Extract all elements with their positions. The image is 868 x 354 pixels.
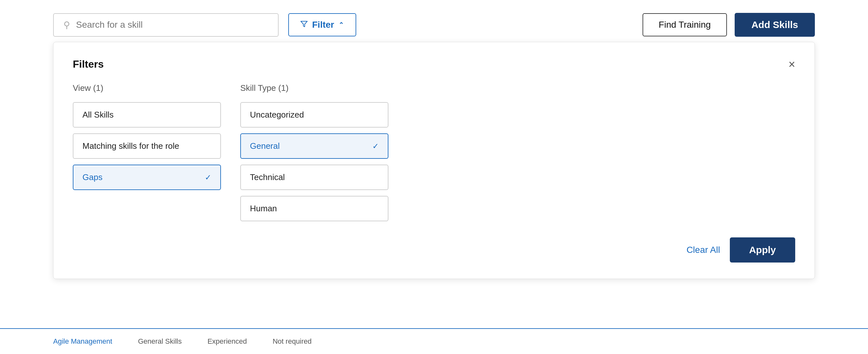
skill-type-option-human[interactable]: Human xyxy=(240,196,389,221)
general-label: General xyxy=(250,141,280,151)
filter-button[interactable]: Filter ⌃ xyxy=(288,13,356,36)
filter-panel-footer: Clear All Apply xyxy=(73,237,795,263)
hint-col4: Not required xyxy=(273,337,311,346)
close-icon: × xyxy=(788,58,795,71)
find-training-button[interactable]: Find Training xyxy=(643,13,727,36)
technical-label: Technical xyxy=(250,172,285,182)
view-column: View (1) All Skills Matching skills for … xyxy=(73,83,221,221)
skill-type-option-general[interactable]: General ✓ xyxy=(240,134,389,159)
apply-button[interactable]: Apply xyxy=(730,237,795,263)
skill-type-options: Uncategorized General ✓ Technical Human xyxy=(240,102,389,221)
close-button[interactable]: × xyxy=(788,59,795,70)
search-box[interactable]: ⚲ xyxy=(53,13,279,37)
filter-panel: Filters × View (1) All Skills Matching s… xyxy=(53,42,815,279)
skill-type-column: Skill Type (1) Uncategorized General ✓ T… xyxy=(240,83,389,221)
view-column-label: View (1) xyxy=(73,83,221,93)
skill-type-option-technical[interactable]: Technical xyxy=(240,165,389,190)
view-option-all-skills-label: All Skills xyxy=(83,110,114,120)
skill-type-option-uncategorized[interactable]: Uncategorized xyxy=(240,102,389,127)
hint-col3: Experienced xyxy=(208,337,247,346)
add-skills-button[interactable]: Add Skills xyxy=(735,13,815,37)
filter-panel-header: Filters × xyxy=(73,58,795,70)
view-option-matching-skills-label: Matching skills for the role xyxy=(83,141,179,151)
hint-col2: General Skills xyxy=(138,337,182,346)
view-option-matching-skills[interactable]: Matching skills for the role xyxy=(73,134,221,159)
search-icon: ⚲ xyxy=(63,20,70,30)
top-bar: ⚲ Filter ⌃ Find Training Add Skills xyxy=(0,0,868,47)
gaps-check-icon: ✓ xyxy=(205,173,211,182)
filter-label: Filter xyxy=(312,20,334,30)
left-controls: ⚲ Filter ⌃ xyxy=(53,13,356,37)
skill-type-column-label: Skill Type (1) xyxy=(240,83,389,93)
view-option-gaps[interactable]: Gaps ✓ xyxy=(73,165,221,190)
apply-label: Apply xyxy=(749,244,776,255)
human-label: Human xyxy=(250,204,277,213)
general-check-icon: ✓ xyxy=(372,142,379,151)
filter-panel-title: Filters xyxy=(73,58,104,70)
filter-icon xyxy=(301,20,308,29)
find-training-label: Find Training xyxy=(659,20,711,30)
add-skills-label: Add Skills xyxy=(751,19,798,30)
search-input[interactable] xyxy=(76,20,268,30)
hint-col1[interactable]: Agile Management xyxy=(53,337,112,346)
view-option-all-skills[interactable]: All Skills xyxy=(73,102,221,127)
clear-all-label: Clear All xyxy=(686,245,720,255)
filter-columns: View (1) All Skills Matching skills for … xyxy=(73,83,795,221)
uncategorized-label: Uncategorized xyxy=(250,110,304,120)
view-options: All Skills Matching skills for the role … xyxy=(73,102,221,190)
right-controls: Find Training Add Skills xyxy=(643,13,815,37)
view-option-gaps-label: Gaps xyxy=(83,172,102,182)
chevron-up-icon: ⌃ xyxy=(339,21,344,29)
bottom-hint-row: Agile Management General Skills Experien… xyxy=(0,328,868,354)
page-container: ⚲ Filter ⌃ Find Training Add Skills xyxy=(0,0,868,354)
clear-all-button[interactable]: Clear All xyxy=(686,245,720,255)
